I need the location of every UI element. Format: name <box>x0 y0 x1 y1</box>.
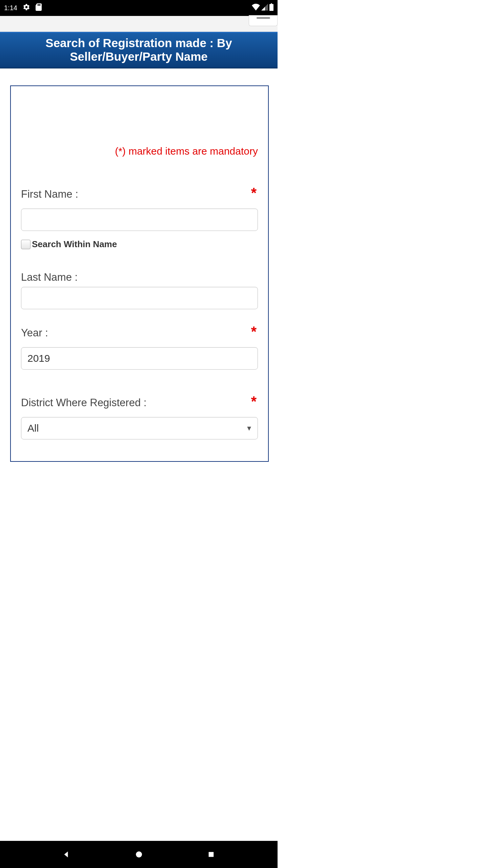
required-star: * <box>251 397 257 406</box>
wifi-icon <box>252 4 260 12</box>
signal-icon <box>261 4 268 12</box>
status-bar: 1:14 <box>0 0 278 16</box>
sd-card-icon <box>36 3 42 13</box>
last-name-input[interactable] <box>21 287 258 309</box>
svg-rect-2 <box>40 4 40 6</box>
hamburger-line-icon <box>257 17 270 19</box>
district-label: District Where Registered : <box>21 397 146 409</box>
year-label-row: Year : * <box>21 327 258 339</box>
search-within-name-row[interactable]: Search Within Name <box>21 239 258 250</box>
search-within-name-checkbox[interactable] <box>21 240 30 249</box>
first-name-input[interactable] <box>21 209 258 231</box>
search-within-name-label: Search Within Name <box>32 239 117 250</box>
battery-icon <box>269 3 273 13</box>
district-select[interactable]: All <box>21 417 258 439</box>
svg-rect-0 <box>38 4 38 6</box>
last-name-label: Last Name : <box>21 271 78 283</box>
district-label-row: District Where Registered : * <box>21 397 258 409</box>
year-field: Year : * <box>21 327 258 370</box>
first-name-field: First Name : * <box>21 188 258 231</box>
district-select-wrap[interactable]: All ▼ <box>21 417 258 439</box>
required-star: * <box>251 189 257 197</box>
last-name-field: Last Name : <box>21 271 258 309</box>
top-strip <box>0 16 278 32</box>
status-right <box>252 3 273 13</box>
first-name-label: First Name : <box>21 188 78 200</box>
district-selected-value: All <box>27 422 39 434</box>
year-label: Year : <box>21 327 48 339</box>
mandatory-note: (*) marked items are mandatory <box>21 145 258 157</box>
status-left: 1:14 <box>4 3 42 13</box>
svg-rect-1 <box>39 4 39 6</box>
hamburger-menu-button[interactable] <box>249 15 278 26</box>
district-field: District Where Registered : * All ▼ <box>21 397 258 439</box>
required-star: * <box>251 327 257 336</box>
page-title-banner: Search of Registration made : By Seller/… <box>0 32 278 68</box>
page-title: Search of Registration made : By Seller/… <box>45 36 232 63</box>
status-time: 1:14 <box>4 4 17 12</box>
content-area: (*) marked items are mandatory First Nam… <box>0 68 278 462</box>
gear-icon <box>23 3 30 13</box>
form-card: (*) marked items are mandatory First Nam… <box>10 85 269 462</box>
year-input[interactable] <box>21 347 258 370</box>
first-name-label-row: First Name : * <box>21 188 258 200</box>
last-name-label-row: Last Name : <box>21 271 258 283</box>
